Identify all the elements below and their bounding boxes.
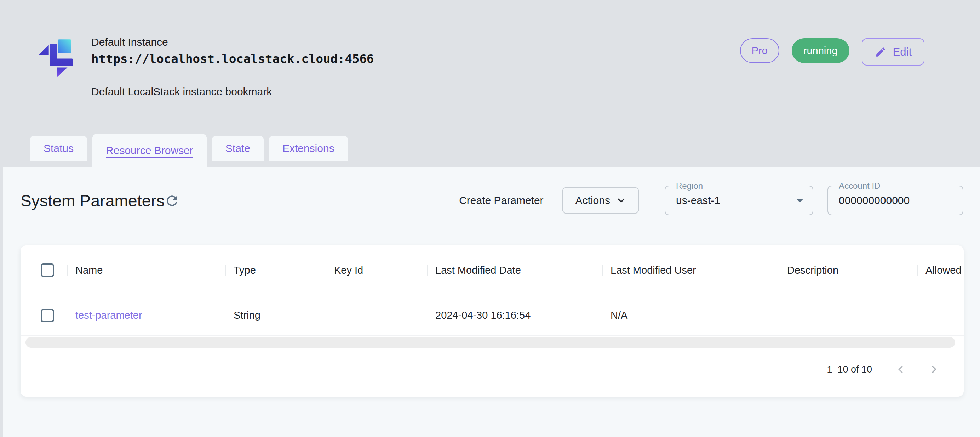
next-page-button[interactable] (926, 361, 942, 378)
create-parameter-button[interactable]: Create Parameter (459, 195, 543, 206)
tab-status[interactable]: Status (30, 136, 87, 161)
account-id-field: Account ID (827, 185, 963, 215)
refresh-button[interactable] (164, 193, 180, 209)
chevron-left-icon (893, 362, 908, 377)
parameters-table-card: Name Type Key Id Last Modified Date Last… (21, 246, 964, 397)
cell-last-modified-user: N/A (602, 309, 779, 321)
cell-last-modified-date: 2024-04-30 16:16:54 (427, 309, 602, 321)
pagination: 1–10 of 10 (827, 361, 964, 378)
toolbar-divider (651, 188, 651, 213)
table-header-row: Name Type Key Id Last Modified Date Last… (21, 246, 964, 295)
pagination-range-label: 1–10 of 10 (827, 364, 872, 375)
previous-page-button[interactable] (892, 361, 909, 378)
region-select[interactable]: Region us-east-1 (665, 185, 813, 215)
region-label: Region (673, 180, 706, 191)
status-badge: running (792, 38, 850, 63)
actions-button[interactable]: Actions (562, 187, 639, 214)
tab-resource-browser[interactable]: Resource Browser (92, 134, 207, 167)
parameter-name-link[interactable]: test-parameter (75, 309, 142, 321)
edit-button-label: Edit (893, 46, 912, 59)
column-header-name: Name (67, 265, 225, 276)
plan-badge: Pro (740, 38, 780, 63)
dropdown-arrow-icon (792, 193, 808, 208)
resource-toolbar: Create Parameter Actions Region us-east-… (459, 185, 963, 216)
refresh-icon (164, 193, 180, 209)
page-title: System Parameters (21, 191, 165, 211)
chevron-right-icon (927, 362, 942, 377)
edit-button[interactable]: Edit (862, 38, 924, 65)
instance-url: https://localhost.localstack.cloud:4566 (91, 51, 374, 67)
column-header-key-id: Key Id (326, 265, 427, 276)
select-all-checkbox[interactable] (41, 263, 54, 277)
localstack-logo (33, 34, 78, 79)
cell-type: String (225, 309, 326, 321)
column-header-description: Description (779, 265, 917, 276)
row-checkbox[interactable] (41, 309, 54, 322)
instance-title: Default Instance (91, 35, 168, 49)
column-header-type: Type (225, 265, 326, 276)
tab-state[interactable]: State (212, 136, 264, 161)
row-select-cell (21, 309, 67, 322)
account-id-input[interactable] (839, 186, 952, 215)
column-header-allowed: Allowed (917, 265, 964, 276)
chevron-down-icon (614, 194, 628, 207)
pencil-icon (875, 46, 886, 58)
table-row: test-parameter String 2024-04-30 16:16:5… (21, 295, 964, 336)
section-divider (3, 231, 980, 232)
horizontal-scrollbar-thumb[interactable] (25, 337, 955, 348)
column-header-last-modified-date: Last Modified Date (427, 265, 602, 276)
instance-description: Default LocalStack instance bookmark (91, 85, 272, 99)
select-all-cell (21, 263, 67, 277)
column-header-last-modified-user: Last Modified User (602, 265, 779, 276)
tab-extensions[interactable]: Extensions (269, 136, 348, 161)
header-badges: Pro running Edit (740, 38, 924, 65)
region-value: us-east-1 (676, 195, 720, 206)
tab-bar: Status Resource Browser State Extensions (30, 136, 348, 169)
